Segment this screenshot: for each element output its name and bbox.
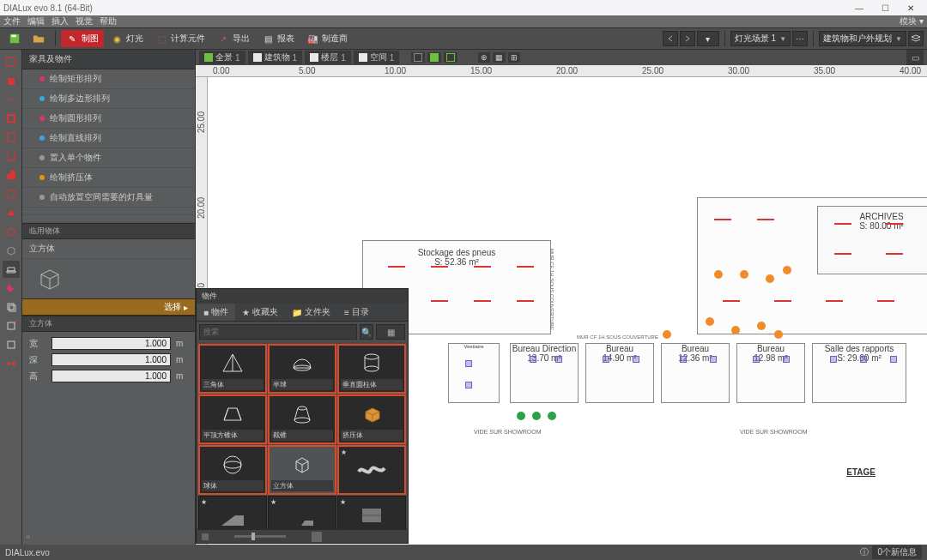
browser-cell-pipe[interactable]: ★ — [337, 445, 406, 495]
tool-building-icon[interactable] — [3, 72, 20, 89]
browser-cell-立方体[interactable]: 立方体 — [268, 445, 336, 495]
tool-solid-icon[interactable] — [3, 242, 20, 259]
menu-insert[interactable]: 插入 — [52, 15, 69, 27]
viewtab-floor[interactable]: 楼层1 — [305, 51, 351, 64]
slider-min-icon — [202, 533, 209, 540]
redo-button[interactable] — [680, 31, 695, 46]
room-bureau-1: Bureau14.90 m² — [586, 344, 653, 363]
extrude-icon — [359, 398, 385, 430]
tab-light[interactable]: ◉灯光 — [106, 30, 148, 47]
tool-roof-icon[interactable] — [3, 204, 20, 221]
browser-search-input[interactable] — [199, 324, 357, 340]
width-input[interactable] — [52, 337, 171, 350]
tool-add-icon[interactable]: + — [3, 317, 20, 334]
collapse-panel-icon[interactable]: « — [22, 528, 195, 545]
window-title: DIALux evo 8.1 (64-Bit) — [3, 3, 846, 13]
room-stockage: Stockage des pneusS: 52.36 m² — [363, 248, 550, 267]
info-icon[interactable]: ⓘ — [860, 546, 869, 558]
browser-cell-ramp2[interactable]: ★ — [268, 496, 336, 529]
layers-button[interactable] — [908, 31, 924, 46]
viewtool-target[interactable]: ⊕ — [478, 52, 490, 63]
tool-delete-icon[interactable] — [3, 336, 20, 353]
height-input[interactable] — [52, 370, 171, 382]
scene-options[interactable]: ⋯ — [792, 31, 808, 46]
tool-window-icon[interactable] — [3, 129, 20, 146]
tool-room-icon[interactable] — [3, 110, 20, 127]
save-button[interactable] — [3, 30, 26, 47]
search-icon[interactable]: 🔍 — [360, 324, 373, 340]
viewtool-1[interactable] — [411, 52, 425, 63]
tool-ceiling-icon[interactable] — [3, 185, 20, 202]
btab-objects[interactable]: ■物件 — [197, 304, 235, 321]
browser-footer — [197, 529, 408, 543]
tool-paint-icon[interactable] — [3, 280, 20, 297]
menu-modules[interactable]: 模块 ▾ — [900, 15, 924, 27]
viewtab-building[interactable]: 建筑物1 — [248, 51, 303, 64]
scene-dropdown[interactable]: 灯光场景 1▼ — [730, 31, 791, 46]
viewtool-2[interactable] — [427, 52, 441, 63]
plan-dropdown[interactable]: 建筑物和户外规划▼ — [819, 31, 906, 46]
tool-select-icon[interactable] — [3, 53, 20, 70]
browser-cell-截锥[interactable]: 截锥 — [268, 394, 336, 444]
browser-cell-挤压体[interactable]: 挤压体 — [337, 394, 406, 444]
undo-button[interactable] — [663, 31, 678, 46]
tool-floor-icon[interactable] — [3, 91, 20, 108]
viewtab-space[interactable]: 空间1 — [354, 51, 400, 64]
viewport-toggle[interactable]: ▭ — [906, 50, 924, 65]
viewtab-full[interactable]: 全景1 — [199, 51, 245, 64]
tool-shape-icon[interactable] — [3, 166, 20, 184]
separator — [55, 31, 56, 46]
tool-furniture-icon[interactable] — [3, 261, 20, 278]
open-button[interactable] — [27, 30, 50, 47]
depth-input[interactable] — [52, 353, 171, 366]
menu-edit[interactable]: 编辑 — [27, 15, 45, 27]
menu-help[interactable]: 帮助 — [100, 15, 117, 27]
status-messages[interactable]: 0个新信息 — [872, 545, 922, 559]
browser-cell-平顶方锥体[interactable]: 平顶方锥体 — [198, 394, 267, 444]
bulb-icon: ◉ — [111, 33, 123, 45]
tree-poly-array[interactable]: 绘制多边形排列 — [22, 89, 195, 109]
tab-report[interactable]: ▤报表 — [257, 30, 300, 47]
viewtool-3[interactable] — [444, 52, 457, 63]
history-dropdown[interactable]: ▾ — [697, 31, 719, 46]
browser-cell-半球[interactable]: 半球 — [268, 344, 336, 394]
dot-icon — [39, 195, 45, 200]
tree-extrude[interactable]: 绘制挤压体 — [22, 168, 195, 188]
tab-drawing[interactable]: ✎制图 — [61, 30, 104, 47]
minimize-button[interactable]: — — [846, 3, 872, 13]
viewtool-snap[interactable]: ⊞ — [508, 52, 520, 63]
btab-folders[interactable]: 📁文件夹 — [285, 304, 337, 321]
use-object-value[interactable]: 立方体 — [22, 239, 195, 259]
browser-cell-01卧-书柜[interactable]: ★01卧-书柜 — [337, 496, 406, 529]
tab-calc[interactable]: ⬚计算元件 — [150, 30, 210, 47]
browser-cell-球体[interactable]: 球体 — [198, 445, 267, 495]
tab-manufacturer[interactable]: 🏭制造商 — [301, 30, 353, 47]
cell-label: 挤压体 — [341, 430, 403, 441]
tree-single-object[interactable]: 置入单个物件 — [22, 148, 195, 168]
tool-door-icon[interactable] — [3, 148, 20, 165]
viewtool-grid[interactable]: ▦ — [493, 52, 506, 63]
tree-circle-array[interactable]: 绘制圆形排列 — [22, 109, 195, 129]
tool-copy-icon[interactable] — [3, 298, 20, 316]
size-slider[interactable] — [234, 535, 286, 538]
btab-catalog[interactable]: ≡目录 — [337, 304, 376, 321]
object-browser[interactable]: 物件 ■物件 ★收藏夹 📁文件夹 ≡目录 🔍 ▦ 三角体半球垂直圆柱体平顶方锥体… — [196, 288, 409, 544]
tool-box-icon[interactable] — [3, 223, 20, 240]
select-button[interactable]: 选择 ▸ — [22, 298, 195, 316]
tree-line-array[interactable]: 绘制直线排列 — [22, 129, 195, 148]
browser-cell-垂直圆柱体[interactable]: 垂直圆柱体 — [337, 344, 406, 394]
maximize-button[interactable]: ☐ — [872, 3, 898, 13]
browser-view-toggle[interactable]: ▦ — [376, 324, 405, 340]
browser-cell-三角体[interactable]: 三角体 — [198, 344, 267, 394]
menu-view[interactable]: 视觉 — [76, 15, 93, 27]
tree-rect-array[interactable]: 绘制矩形排列 — [22, 69, 195, 89]
cone-icon — [289, 398, 315, 430]
close-button[interactable]: ✕ — [898, 3, 924, 13]
tab-export[interactable]: ↗导出 — [212, 30, 255, 47]
tree-auto-luminaire[interactable]: 自动放置空间需要的灯具量 — [22, 188, 195, 208]
svg-rect-7 — [8, 304, 14, 310]
menu-file[interactable]: 文件 — [3, 15, 21, 27]
tool-settings-icon[interactable] — [3, 355, 20, 372]
btab-favorites[interactable]: ★收藏夹 — [235, 304, 285, 321]
browser-cell-ramp1[interactable]: ★ — [198, 496, 267, 529]
